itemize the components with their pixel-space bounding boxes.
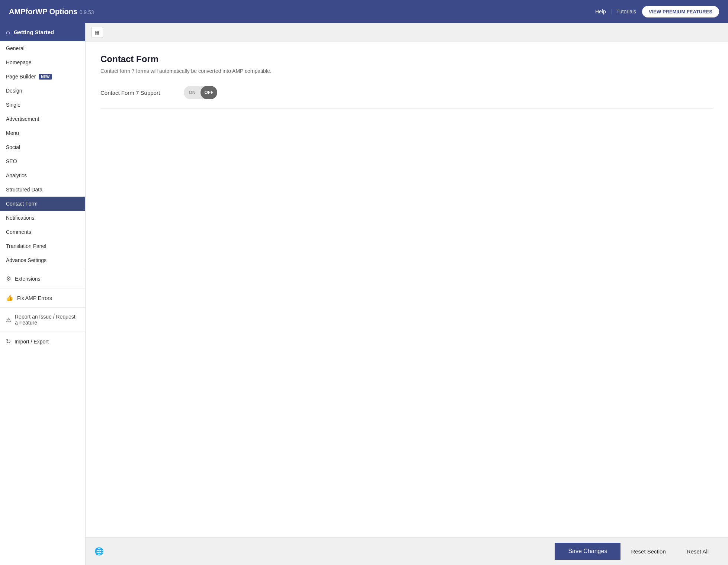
sidebar-item-advance-settings[interactable]: Advance Settings: [0, 253, 85, 267]
sidebar-item-structured-data[interactable]: Structured Data: [0, 183, 85, 197]
getting-started-label: Getting Started: [14, 29, 54, 35]
sidebar-item-import-export[interactable]: ↻ Import / Export: [0, 333, 85, 349]
sidebar-item-report-issue[interactable]: ⚠ Report an Issue / Request a Feature: [0, 309, 85, 330]
sidebar-divider-4: [0, 332, 85, 332]
sidebar-item-seo[interactable]: SEO: [0, 154, 85, 168]
sidebar-item-social[interactable]: Social: [0, 140, 85, 154]
home-icon: ⌂: [6, 28, 10, 36]
sidebar-item-translation-panel[interactable]: Translation Panel: [0, 239, 85, 253]
sidebar-item-design[interactable]: Design: [0, 84, 85, 98]
save-changes-button[interactable]: Save Changes: [555, 543, 620, 560]
top-header: AMPforWP Options 0.9.53 Help | Tutorials…: [0, 0, 728, 23]
reset-section-button[interactable]: Reset Section: [620, 543, 676, 560]
sidebar-item-fix-amp-errors[interactable]: 👍 Fix AMP Errors: [0, 290, 85, 306]
footer-left: 🌐: [94, 547, 104, 556]
grid-icon: ▦: [95, 29, 100, 35]
sidebar-item-analytics[interactable]: Analytics: [0, 168, 85, 183]
sidebar-item-contact-form[interactable]: Contact Form: [0, 197, 85, 211]
reset-all-button[interactable]: Reset All: [676, 543, 719, 560]
contact-form-toggle-row: Contact Form 7 Support ON OFF: [100, 86, 713, 99]
sidebar-item-single[interactable]: Single: [0, 98, 85, 112]
main-content: ▦ Contact Form Contact form 7 forms will…: [86, 23, 728, 565]
sidebar: ⌂ Getting Started General Homepage Page …: [0, 23, 86, 565]
tutorials-link[interactable]: Tutorials: [616, 9, 636, 14]
app-title: AMPforWP Options 0.9.53: [9, 7, 94, 16]
contact-form-7-toggle[interactable]: ON OFF: [184, 86, 217, 99]
globe-icon: 🌐: [94, 547, 104, 556]
header-right: Help | Tutorials VIEW PREMIUM FEATURES: [595, 6, 719, 17]
content-footer: 🌐 Save Changes Reset Section Reset All: [86, 537, 728, 565]
sidebar-item-extensions[interactable]: ⚙ Extensions: [0, 271, 85, 287]
toggle-label: Contact Form 7 Support: [100, 90, 175, 96]
toggle-on-label: ON: [184, 86, 201, 99]
help-link[interactable]: Help: [595, 9, 606, 14]
refresh-icon: ↻: [6, 338, 11, 345]
sidebar-item-comments[interactable]: Comments: [0, 225, 85, 239]
sidebar-item-homepage[interactable]: Homepage: [0, 55, 85, 70]
toggle-off-label: OFF: [201, 86, 217, 99]
header-left: AMPforWP Options 0.9.53: [9, 7, 94, 16]
sidebar-item-notifications[interactable]: Notifications: [0, 211, 85, 225]
header-divider: |: [610, 8, 612, 15]
toolbar-grid-button[interactable]: ▦: [92, 27, 103, 38]
premium-button[interactable]: VIEW PREMIUM FEATURES: [642, 6, 719, 17]
gear-icon: ⚙: [6, 275, 11, 282]
sidebar-getting-started[interactable]: ⌂ Getting Started: [0, 23, 85, 41]
new-badge: NEW: [39, 74, 52, 80]
alert-icon: ⚠: [6, 316, 11, 323]
footer-right: Save Changes Reset Section Reset All: [555, 543, 719, 560]
section-desc: Contact form 7 forms will automatically …: [100, 68, 713, 74]
sidebar-item-page-builder[interactable]: Page Builder NEW: [0, 70, 85, 84]
sidebar-item-advertisement[interactable]: Advertisement: [0, 112, 85, 126]
sidebar-item-general[interactable]: General: [0, 41, 85, 55]
sidebar-item-menu[interactable]: Menu: [0, 126, 85, 140]
section-separator: [100, 108, 713, 109]
section-title: Contact Form: [100, 54, 713, 64]
content-area: Contact Form Contact form 7 forms will a…: [86, 42, 728, 537]
app-version: 0.9.53: [80, 9, 94, 15]
content-toolbar: ▦: [86, 23, 728, 42]
layout: ⌂ Getting Started General Homepage Page …: [0, 23, 728, 565]
sidebar-divider-3: [0, 307, 85, 308]
sidebar-divider-1: [0, 269, 85, 269]
thumb-icon: 👍: [6, 294, 13, 301]
sidebar-divider-2: [0, 288, 85, 288]
